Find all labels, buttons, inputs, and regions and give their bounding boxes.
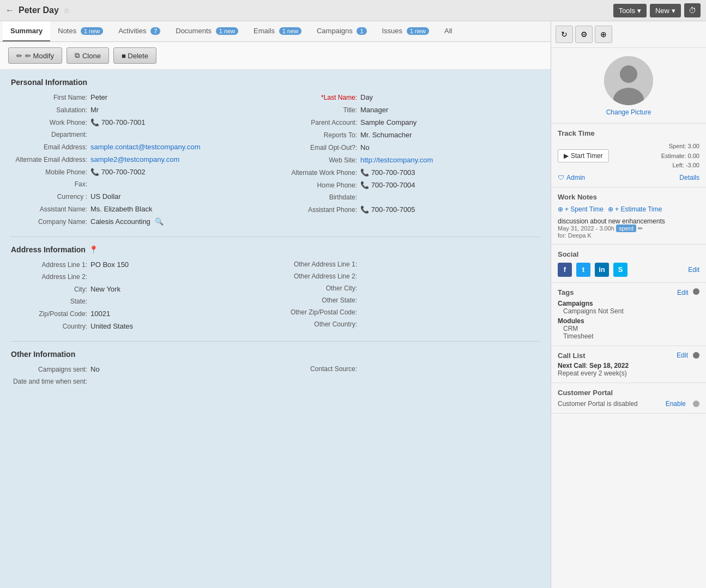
address2-row: Address Line 2: bbox=[11, 273, 270, 281]
social-edit-link[interactable]: Edit bbox=[688, 266, 699, 274]
facebook-icon[interactable]: f bbox=[558, 263, 572, 277]
city-row: City: New York bbox=[11, 285, 270, 293]
alt-email-row: Alternate Email Address: sample2@testcom… bbox=[11, 155, 270, 163]
tab-notes[interactable]: Notes 1 new bbox=[50, 21, 111, 41]
favorite-star-icon[interactable]: ☆ bbox=[63, 6, 70, 15]
tools-chevron-icon: ▾ bbox=[637, 7, 641, 15]
alt-email-value[interactable]: sample2@testcompany.com bbox=[90, 155, 179, 163]
other-country-row: Other Country: bbox=[281, 320, 540, 328]
timer-stats: Spent: 3.00 Estimate: 0.00 Left: -3.00 bbox=[661, 142, 699, 171]
shield-icon: 🛡 bbox=[558, 174, 564, 181]
customer-portal-title: Customer Portal bbox=[558, 389, 613, 397]
country-label: Country: bbox=[11, 323, 87, 330]
email-optout-value: No bbox=[360, 143, 370, 151]
tab-summary[interactable]: Summary bbox=[3, 21, 50, 41]
state-row: State: bbox=[11, 298, 270, 305]
call-list-section: Call List Edit Next Call: Sep 18, 2022 R… bbox=[551, 346, 706, 383]
svg-point-1 bbox=[620, 65, 637, 83]
address1-value: PO Box 150 bbox=[90, 260, 129, 269]
new-chevron-icon: ▾ bbox=[672, 7, 675, 15]
tab-campaigns[interactable]: Campaigns 1 bbox=[309, 21, 375, 41]
email-row: Email Address: sample.contact@testcompan… bbox=[11, 143, 270, 151]
note-edit-icon[interactable]: ✏ bbox=[638, 225, 643, 232]
tab-issues[interactable]: Issues 1 new bbox=[375, 21, 437, 41]
call-edit-link[interactable]: Edit bbox=[677, 351, 688, 359]
sidebar-info-button[interactable]: ⊕ bbox=[595, 26, 612, 43]
new-button[interactable]: New ▾ bbox=[650, 4, 681, 17]
note-for: for: Deepa K bbox=[558, 232, 699, 239]
linkedin-icon[interactable]: in bbox=[595, 263, 609, 277]
work-phone-row: Work Phone: 📞 700-700-7001 bbox=[11, 118, 270, 126]
issues-badge: 1 new bbox=[407, 27, 429, 35]
birthdate-row: Birthdate: bbox=[281, 193, 540, 201]
mobile-label: Mobile Phone: bbox=[11, 168, 87, 176]
sidebar-refresh-button[interactable]: ↻ bbox=[556, 26, 573, 43]
sidebar-settings-button[interactable]: ⚙ bbox=[575, 26, 593, 43]
enable-portal-button[interactable]: Enable bbox=[666, 400, 686, 408]
tab-activities[interactable]: Activities 7 bbox=[111, 21, 168, 41]
website-value[interactable]: http://testcompany.com bbox=[360, 156, 433, 164]
search-icon[interactable]: 🔍 bbox=[155, 217, 164, 226]
main-layout: Summary Notes 1 new Activities 7 Documen… bbox=[0, 21, 706, 588]
spent-time-button[interactable]: ⊕ + Spent Time bbox=[558, 205, 604, 213]
start-timer-button[interactable]: ▶ Start Timer bbox=[558, 149, 609, 162]
admin-badge[interactable]: 🛡 Admin bbox=[558, 174, 585, 181]
work-phone-value: 📞 700-700-7001 bbox=[90, 118, 146, 126]
salutation-row: Salutation: Mr bbox=[11, 106, 270, 114]
tab-documents[interactable]: Documents 1 new bbox=[168, 21, 246, 41]
title-value: Manager bbox=[360, 106, 388, 114]
other-address2-row: Other Address Line 2: bbox=[281, 272, 540, 280]
tabs-bar: Summary Notes 1 new Activities 7 Documen… bbox=[0, 21, 551, 42]
refresh-icon: ↻ bbox=[561, 30, 568, 39]
call-dot-icon bbox=[693, 352, 699, 359]
alt-work-phone-row: Alternate Work Phone: 📞 700-700-7003 bbox=[281, 168, 540, 177]
assistant-phone-label: Assistant Phone: bbox=[281, 206, 357, 214]
tags-header: Tags Edit bbox=[558, 288, 699, 296]
website-label: Web Site: bbox=[281, 156, 357, 164]
company-name-value: Calesis Accounting 🔍 bbox=[90, 217, 164, 226]
back-button[interactable]: ← bbox=[5, 5, 14, 15]
email-optout-label: Email Opt-Out?: bbox=[281, 144, 357, 151]
work-notes-actions: ⊕ + Spent Time ⊕ + Estimate Time bbox=[558, 205, 699, 213]
note-meta: May 31, 2022 - 3.00h spent ✏ bbox=[558, 225, 699, 232]
clone-icon: ⧉ bbox=[75, 51, 80, 60]
tools-button[interactable]: Tools ▾ bbox=[613, 4, 647, 17]
zip-label: Zip/Postal Code: bbox=[11, 310, 87, 318]
clone-button[interactable]: ⧉ Clone bbox=[67, 47, 109, 64]
tag-timesheet-value: Timesheet bbox=[563, 332, 699, 340]
skype-icon[interactable]: S bbox=[613, 263, 627, 277]
track-time-title: Track Time bbox=[558, 129, 699, 137]
city-label: City: bbox=[11, 286, 87, 293]
estimate-time-button[interactable]: ⊕ + Estimate Time bbox=[608, 205, 662, 213]
tags-edit-link[interactable]: Edit bbox=[677, 288, 699, 296]
phone-icon: 📞 bbox=[360, 168, 369, 177]
email-label: Email Address: bbox=[11, 143, 87, 151]
work-phone-label: Work Phone: bbox=[11, 119, 87, 126]
campaigns-sent-value: No bbox=[90, 365, 100, 373]
right-sidebar: ↻ ⚙ ⊕ Change Picture Track Time bbox=[551, 21, 706, 588]
details-link[interactable]: Details bbox=[679, 174, 699, 181]
customer-portal-section: Customer Portal Customer Portal is disab… bbox=[551, 383, 706, 414]
modify-button[interactable]: ✏ ✏ Modify bbox=[8, 47, 62, 64]
title-label: Title: bbox=[281, 106, 357, 114]
social-header: Social bbox=[558, 250, 699, 258]
company-name-label: Company Name: bbox=[11, 218, 87, 226]
notes-badge: 1 new bbox=[81, 27, 103, 35]
page-title: Peter Day bbox=[19, 5, 59, 15]
change-picture-link[interactable]: Change Picture bbox=[606, 108, 651, 116]
last-name-label: *Last Name: bbox=[281, 94, 357, 101]
history-button[interactable]: ⏱ bbox=[684, 3, 701, 17]
email-value[interactable]: sample.contact@testcompany.com bbox=[90, 143, 201, 151]
assistant-phone-value: 📞 700-700-7005 bbox=[360, 205, 415, 214]
parent-account-label: Parent Account: bbox=[281, 119, 357, 126]
tab-emails[interactable]: Emails 1 new bbox=[246, 21, 309, 41]
delete-button[interactable]: ■ Delete bbox=[113, 47, 156, 64]
detail-content: Personal Information First Name: Peter S… bbox=[0, 70, 551, 588]
currency-row: Currency : US Dollar bbox=[11, 192, 270, 201]
action-bar: ✏ ✏ Modify ⧉ Clone ■ Delete bbox=[0, 42, 551, 70]
note-entry: discussion about new enhancements May 31… bbox=[558, 217, 699, 239]
tab-all[interactable]: All bbox=[437, 21, 460, 41]
other-country-label: Other Country: bbox=[281, 320, 357, 328]
twitter-icon[interactable]: t bbox=[576, 263, 590, 277]
parent-account-row: Parent Account: Sample Company bbox=[281, 118, 540, 126]
